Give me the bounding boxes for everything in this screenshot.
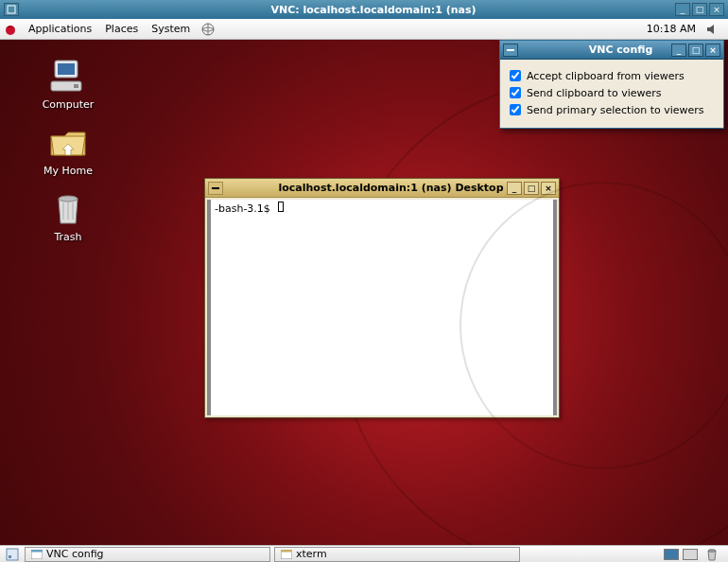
outer-system-menu-icon[interactable]	[4, 3, 19, 16]
top-panel: Applications Places System 10:18 AM	[0, 19, 728, 40]
svg-rect-15	[281, 550, 292, 553]
terminal-prompt: -bash-3.1$	[215, 202, 270, 215]
svg-rect-10	[7, 549, 18, 560]
browser-launcher-icon[interactable]	[199, 21, 217, 38]
desktop-icon-label: My Home	[42, 164, 95, 178]
vnc-config-body: Accept clipboard from viewers Send clipb…	[500, 60, 723, 128]
terminal-content[interactable]: -bash-3.1$	[207, 200, 557, 415]
workspace-2[interactable]	[683, 549, 698, 560]
taskbar-item-label: xterm	[296, 548, 327, 560]
outer-window-titlebar: VNC: localhost.localdomain:1 (nas) _ □ ×	[0, 0, 728, 19]
window-menu-icon[interactable]	[503, 44, 518, 57]
applications-menu[interactable]: Applications	[23, 23, 97, 35]
places-menu[interactable]: Places	[99, 23, 144, 35]
taskbar-item-xterm[interactable]: xterm	[274, 547, 520, 562]
maximize-button[interactable]: □	[524, 182, 539, 195]
xterm-window: localhost.localdomain:1 (nas) Desktop _ …	[204, 178, 560, 418]
system-menu[interactable]: System	[146, 23, 196, 35]
outer-minimize-button[interactable]: _	[675, 3, 690, 16]
svg-rect-8	[507, 49, 514, 51]
window-icon	[31, 549, 43, 560]
outer-window-title: VNC: localhost.localdomain:1 (nas)	[19, 4, 728, 16]
bottom-panel: VNC config xterm	[0, 545, 728, 562]
close-button[interactable]: ×	[705, 44, 720, 57]
minimize-button[interactable]: _	[671, 44, 686, 57]
window-menu-icon[interactable]	[208, 182, 223, 195]
svg-rect-6	[74, 84, 78, 88]
redhat-menu-icon[interactable]	[2, 21, 19, 38]
desktop-icon-label: Trash	[52, 230, 83, 244]
taskbar-item-vnc-config[interactable]: VNC config	[25, 547, 270, 562]
checkbox[interactable]	[510, 70, 521, 81]
minimize-button[interactable]: _	[507, 182, 522, 195]
computer-icon	[47, 57, 89, 95]
svg-rect-11	[9, 555, 11, 558]
taskbar-item-label: VNC config	[46, 548, 104, 560]
vnc-option-send-primary[interactable]: Send primary selection to viewers	[510, 101, 714, 118]
xterm-titlebar[interactable]: localhost.localdomain:1 (nas) Desktop _ …	[205, 179, 559, 198]
vnc-config-window: VNC config _ □ × Accept clipboard from v…	[499, 40, 724, 129]
desktop-icon-trash[interactable]: Trash	[30, 189, 106, 244]
vnc-option-label: Send primary selection to viewers	[527, 104, 704, 116]
window-icon	[281, 549, 292, 560]
show-desktop-icon[interactable]	[4, 546, 21, 563]
svg-rect-13	[31, 550, 43, 553]
maximize-button[interactable]: □	[688, 44, 703, 57]
close-button[interactable]: ×	[541, 182, 556, 195]
terminal-cursor	[278, 202, 284, 212]
svg-point-16	[708, 549, 716, 551]
svg-rect-4	[58, 63, 75, 75]
checkbox[interactable]	[510, 87, 521, 98]
vnc-option-send-clipboard[interactable]: Send clipboard to viewers	[510, 84, 714, 101]
workspace-1[interactable]	[664, 549, 679, 560]
vnc-option-label: Accept clipboard from viewers	[527, 70, 685, 82]
desktop-icon-label: Computer	[41, 97, 96, 112]
checkbox[interactable]	[510, 104, 521, 115]
svg-rect-9	[212, 187, 219, 189]
trash-icon	[47, 189, 89, 227]
trash-tray-icon[interactable]	[703, 546, 720, 563]
clock[interactable]: 10:18 AM	[647, 23, 696, 35]
outer-maximize-button[interactable]: □	[692, 3, 707, 16]
volume-tray-icon[interactable]	[703, 21, 720, 38]
svg-rect-0	[8, 6, 15, 13]
vnc-option-accept-clipboard[interactable]: Accept clipboard from viewers	[510, 67, 714, 84]
desktop: Computer My Home Trash VNC config _ □ ×	[0, 40, 728, 545]
desktop-icon-myhome[interactable]: My Home	[30, 123, 106, 178]
svg-point-7	[59, 196, 78, 202]
home-folder-icon	[47, 123, 89, 161]
outer-close-button[interactable]: ×	[709, 3, 724, 16]
vnc-config-titlebar[interactable]: VNC config _ □ ×	[500, 41, 723, 60]
vnc-option-label: Send clipboard to viewers	[527, 87, 662, 99]
desktop-icon-computer[interactable]: Computer	[30, 57, 106, 112]
